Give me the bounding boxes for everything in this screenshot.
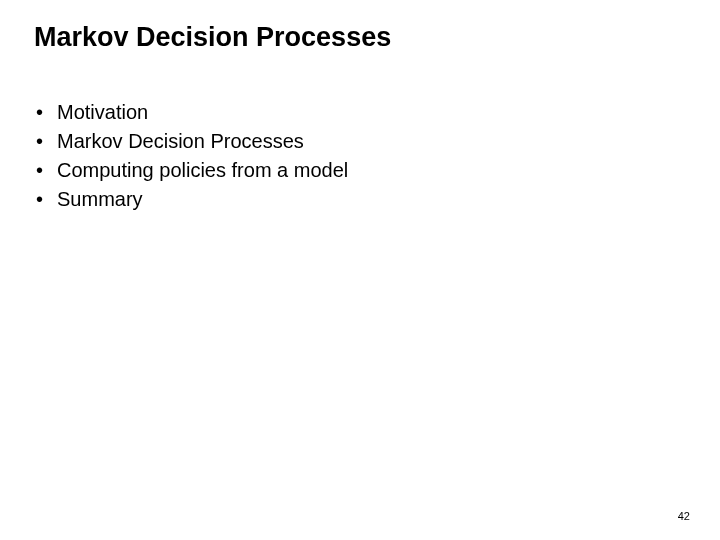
page-number: 42 xyxy=(678,510,690,522)
bullet-icon: • xyxy=(36,99,43,125)
bullet-text: Markov Decision Processes xyxy=(57,128,304,154)
list-item: • Markov Decision Processes xyxy=(36,128,720,154)
bullet-icon: • xyxy=(36,157,43,183)
bullet-icon: • xyxy=(36,186,43,212)
list-item: • Computing policies from a model xyxy=(36,157,720,183)
slide-content: • Motivation • Markov Decision Processes… xyxy=(0,53,720,212)
bullet-text: Summary xyxy=(57,186,143,212)
slide-title: Markov Decision Processes xyxy=(0,0,720,53)
list-item: • Summary xyxy=(36,186,720,212)
bullet-list: • Motivation • Markov Decision Processes… xyxy=(36,99,720,212)
bullet-icon: • xyxy=(36,128,43,154)
bullet-text: Motivation xyxy=(57,99,148,125)
list-item: • Motivation xyxy=(36,99,720,125)
bullet-text: Computing policies from a model xyxy=(57,157,348,183)
